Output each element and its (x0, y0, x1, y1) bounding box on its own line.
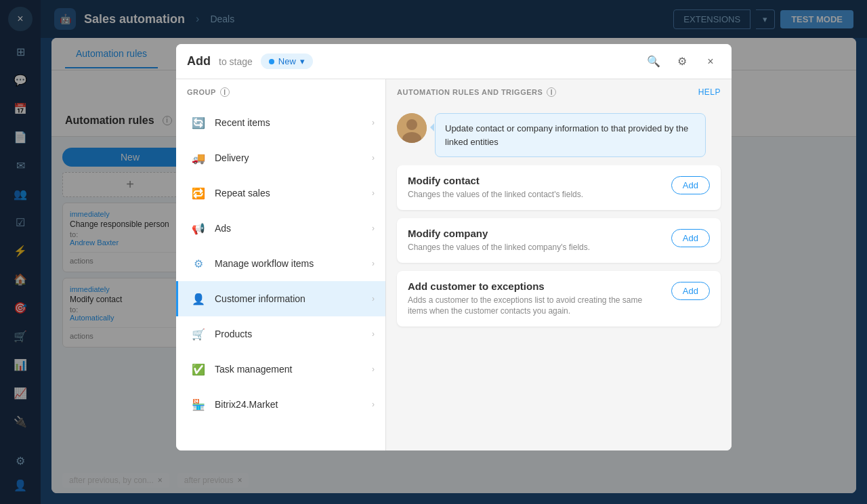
group-item-label-workflow: Manage workflow items (215, 258, 314, 269)
chevron-icon-ads: › (372, 224, 375, 233)
chevron-icon-products: › (372, 329, 375, 339)
group-item-left-recent: 🔄 Recent items (189, 113, 270, 132)
group-item-delivery[interactable]: 🚚 Delivery › (176, 140, 385, 175)
group-item-left-delivery: 🚚 Delivery (189, 148, 249, 167)
group-item-workflow[interactable]: ⚙ Manage workflow items › (176, 246, 385, 281)
group-item-label-bitrix: Bitrix24.Market (215, 399, 278, 410)
modal-title: Add (187, 54, 211, 68)
group-item-task[interactable]: ✅ Task management › (176, 352, 385, 387)
rule-card-modify-contact: Modify contact Changes the values of the… (397, 165, 721, 210)
group-item-ads[interactable]: 📢 Ads › (176, 211, 385, 246)
rule-add-button-2[interactable]: Add (671, 229, 710, 247)
rule-add-button-3[interactable]: Add (671, 282, 710, 300)
group-item-label-delivery: Delivery (215, 152, 249, 163)
group-item-left-customer: 👤 Customer information (189, 289, 305, 308)
group-item-bitrix[interactable]: 🏪 Bitrix24.Market › (176, 387, 385, 422)
avatar (397, 113, 427, 143)
chevron-icon-recent: › (372, 118, 375, 127)
rule-card-title-3: Add customer to exceptions (408, 280, 663, 292)
group-section-label: GROUP (187, 88, 216, 96)
repeat-sales-icon: 🔁 (189, 184, 208, 203)
group-item-label-products: Products (215, 329, 252, 339)
chevron-icon-task: › (372, 364, 375, 374)
tooltip-text: Update contact or company information to… (445, 123, 688, 147)
group-item-left-repeat: 🔁 Repeat sales (189, 184, 270, 203)
rule-card-add-exceptions: Add customer to exceptions Adds a custom… (397, 271, 721, 327)
group-item-label-recent: Recent items (215, 117, 270, 128)
customer-icon: 👤 (189, 289, 208, 308)
group-item-left-task: ✅ Task management (189, 360, 292, 379)
modal-search-button[interactable]: 🔍 (643, 51, 664, 72)
group-item-customer[interactable]: 👤 Customer information › (176, 281, 385, 316)
group-panel: GROUP i 🔄 Recent items › 🚚 Delivery › (176, 79, 386, 450)
chevron-icon-repeat: › (372, 188, 375, 198)
rule-card-content-1: Modify contact Changes the values of the… (408, 175, 663, 201)
modal-panel: Add to stage New ▾ 🔍 ⚙ × GROUP i 🔄 Recen… (176, 44, 732, 450)
chevron-icon-bitrix: › (372, 400, 375, 409)
bitrix-icon: 🏪 (189, 395, 208, 414)
chevron-icon-delivery: › (372, 153, 375, 163)
task-icon: ✅ (189, 360, 208, 379)
group-item-label-customer: Customer information (215, 293, 305, 304)
delivery-icon: 🚚 (189, 148, 208, 167)
group-item-label-repeat: Repeat sales (215, 188, 270, 198)
group-section-header: GROUP i (176, 79, 385, 105)
rule-card-content-2: Modify company Changes the values of the… (408, 228, 663, 253)
rules-info-icon[interactable]: i (547, 87, 556, 97)
group-item-left-products: 🛒 Products (189, 324, 252, 343)
modal-close-button[interactable]: × (700, 51, 721, 72)
chevron-icon-customer: › (372, 294, 375, 303)
modal-stage-name: New (278, 56, 296, 66)
modal-header-right: 🔍 ⚙ × (643, 51, 721, 72)
group-item-repeat[interactable]: 🔁 Repeat sales › (176, 175, 385, 211)
group-item-recent[interactable]: 🔄 Recent items › (176, 105, 385, 140)
rule-card-title-1: Modify contact (408, 175, 663, 186)
group-item-label-task: Task management (215, 364, 292, 375)
group-item-left-bitrix: 🏪 Bitrix24.Market (189, 395, 278, 414)
rule-add-button-1[interactable]: Add (671, 176, 710, 194)
rule-card-desc-1: Changes the values of the linked contact… (408, 189, 663, 201)
rules-panel: AUTOMATION RULES AND TRIGGERS i Help Upd… (386, 79, 732, 450)
modal-stage-badge[interactable]: New ▾ (261, 54, 313, 69)
products-icon: 🛒 (189, 324, 208, 343)
rules-header: AUTOMATION RULES AND TRIGGERS i Help (386, 79, 732, 105)
svg-point-1 (406, 119, 417, 130)
rule-card-desc-2: Changes the values of the linked company… (408, 242, 663, 253)
modal-body: GROUP i 🔄 Recent items › 🚚 Delivery › (176, 79, 732, 450)
rules-section-label: AUTOMATION RULES AND TRIGGERS (397, 88, 543, 96)
rule-card-desc-3: Adds a customer to the exceptions list t… (408, 295, 663, 318)
group-info-icon[interactable]: i (220, 87, 230, 97)
stage-dot-icon (269, 59, 274, 64)
recent-items-icon: 🔄 (189, 113, 208, 132)
modal-filter-button[interactable]: ⚙ (672, 51, 692, 72)
ads-icon: 📢 (189, 219, 208, 238)
rule-card-modify-company: Modify company Changes the values of the… (397, 218, 721, 263)
rule-card-title-2: Modify company (408, 228, 663, 239)
group-item-label-ads: Ads (215, 223, 231, 234)
rules-cards: Modify contact Changes the values of the… (386, 165, 732, 337)
avatar-tooltip: Update contact or company information to… (435, 113, 706, 157)
modal-to-label: to stage (219, 56, 253, 67)
workflow-icon: ⚙ (189, 254, 208, 273)
chevron-icon-workflow: › (372, 259, 375, 268)
help-link[interactable]: Help (698, 87, 721, 97)
avatar-section: Update contact or company information to… (386, 105, 732, 165)
rule-card-content-3: Add customer to exceptions Adds a custom… (408, 280, 663, 318)
modal-stage-arrow: ▾ (300, 56, 305, 66)
modal-header: Add to stage New ▾ 🔍 ⚙ × (176, 44, 732, 79)
group-item-products[interactable]: 🛒 Products › (176, 316, 385, 352)
group-item-left-ads: 📢 Ads (189, 219, 231, 238)
group-item-left-workflow: ⚙ Manage workflow items (189, 254, 314, 273)
